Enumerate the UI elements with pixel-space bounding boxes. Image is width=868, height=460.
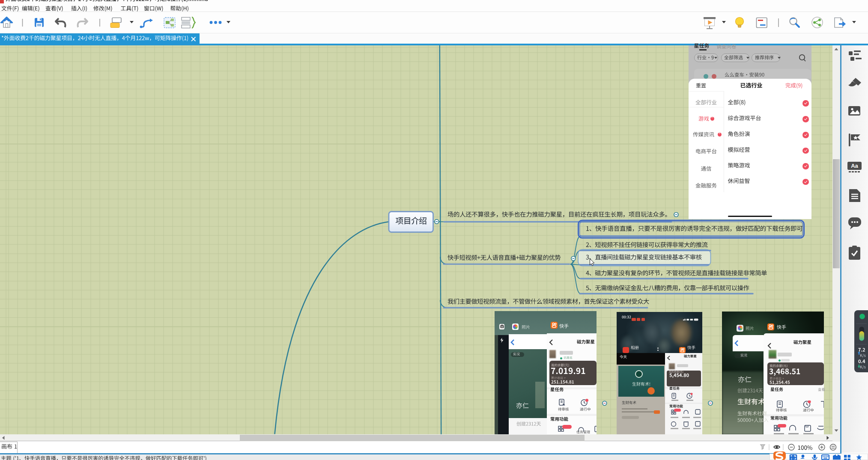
svg-text:Aa: Aa	[851, 163, 858, 169]
